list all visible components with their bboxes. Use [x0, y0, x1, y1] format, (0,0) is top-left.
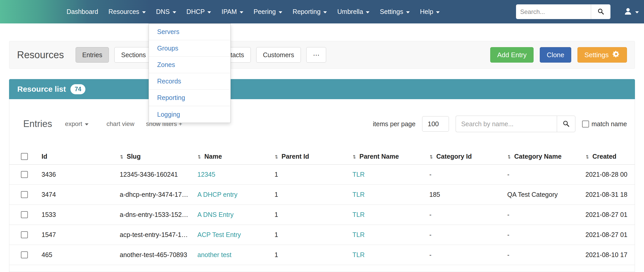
select-all-checkbox[interactable] — [21, 153, 28, 160]
id-value: 465 — [42, 251, 52, 259]
row-checkbox[interactable] — [21, 191, 28, 198]
tab-customers[interactable]: Customers — [256, 47, 301, 63]
name-search-input[interactable] — [456, 116, 557, 132]
sort-icon: ↑↓ — [197, 153, 201, 160]
table-row: 1547acp-test-entry-1547-1…ACP Test Entry… — [9, 225, 635, 245]
category_name-value: - — [507, 251, 509, 259]
nav-item-resources[interactable]: Resources — [103, 0, 151, 23]
cell-slug: a-dhcp-entry-3474-17… — [110, 191, 188, 198]
chevron-down-icon — [366, 11, 369, 13]
entries-heading: Entries — [23, 118, 52, 129]
cell-category_id: - — [420, 251, 498, 259]
name-link[interactable]: 12345 — [197, 171, 215, 178]
column-header-name[interactable]: ↑↓Name — [188, 153, 265, 160]
sort-icon: ↑↓ — [352, 153, 356, 160]
nav-item-label: Umbrella — [337, 8, 363, 15]
row-checkbox[interactable] — [21, 211, 28, 218]
tab-more[interactable]: ⋯ — [306, 47, 326, 63]
resource-list-panel: Resource list 74 Entries export chart vi… — [9, 79, 635, 272]
column-header-id[interactable]: Id — [36, 153, 110, 160]
dns-menu-item-reporting[interactable]: Reporting — [149, 90, 230, 106]
name-link[interactable]: another test — [197, 251, 231, 259]
table-row: 343612345-3436-160241123451TLR--2021-08-… — [9, 165, 635, 185]
name-search-button[interactable] — [557, 116, 575, 132]
export-dropdown[interactable]: export — [65, 120, 88, 128]
clone-button[interactable]: Clone — [540, 47, 571, 63]
chevron-down-icon — [406, 11, 410, 13]
cell-id: 465 — [36, 251, 110, 259]
cell-id: 3474 — [36, 191, 110, 198]
nav-item-ipam[interactable]: IPAM — [216, 0, 248, 23]
add-entry-label: Add Entry — [497, 51, 527, 59]
cell-slug: another-test-465-70893 — [110, 251, 188, 259]
parent_name-link[interactable]: TLR — [352, 171, 365, 178]
name-link[interactable]: ACP Test Entry — [197, 231, 241, 239]
cell-id: 1547 — [36, 231, 110, 239]
nav-item-dns[interactable]: DNS — [151, 0, 181, 23]
cell-name: 12345 — [188, 171, 265, 178]
add-entry-button[interactable]: Add Entry — [490, 47, 534, 63]
dns-menu-item-servers[interactable]: Servers — [149, 24, 230, 40]
navbar-search-button[interactable] — [591, 4, 610, 19]
slug-value: 12345-3436-160241 — [120, 171, 178, 178]
nav-item-settings[interactable]: Settings — [375, 0, 415, 23]
nav-item-label: Settings — [380, 8, 403, 15]
category_id-value: - — [429, 231, 431, 239]
sort-icon: ↑↓ — [507, 153, 511, 160]
nav-item-reporting[interactable]: Reporting — [287, 0, 332, 23]
parent_name-link[interactable]: TLR — [352, 211, 365, 218]
cell-name: ACP Test Entry — [188, 231, 265, 239]
nav-item-help[interactable]: Help — [415, 0, 445, 23]
column-label: Parent Id — [281, 153, 309, 160]
row-checkbox[interactable] — [21, 231, 28, 238]
column-header-parent_name[interactable]: ↑↓Parent Name — [343, 153, 420, 160]
navbar-search-input[interactable] — [516, 4, 591, 19]
parent_id-value: 1 — [275, 191, 278, 198]
count-badge: 74 — [70, 84, 85, 94]
match-name-checkbox[interactable]: match name — [582, 120, 627, 128]
cell-parent_id: 1 — [265, 171, 343, 178]
column-header-category_name[interactable]: ↑↓Category Name — [498, 153, 579, 160]
nav-item-label: Help — [420, 8, 433, 15]
dns-menu-item-zones[interactable]: Zones — [149, 57, 230, 73]
column-header-created[interactable]: ↑↓Created — [579, 153, 635, 160]
name-link[interactable]: A DNS Entry — [197, 211, 234, 218]
dns-menu-item-logging[interactable]: Logging — [149, 106, 230, 123]
name-link[interactable]: A DHCP entry — [197, 191, 237, 198]
parent_name-link[interactable]: TLR — [352, 251, 365, 259]
user-menu[interactable] — [623, 0, 639, 23]
created-value: 2021-08-10 17 — [585, 251, 627, 259]
row-checkbox[interactable] — [21, 171, 28, 178]
panel-body: Entries export chart view show filters +… — [9, 99, 635, 272]
column-label: Created — [592, 153, 616, 160]
table-row: 1533a-dns-entry-1533-152…A DNS Entry1TLR… — [9, 205, 635, 225]
nav-item-label: Reporting — [293, 8, 320, 15]
chart-view-link[interactable]: chart view — [107, 120, 134, 128]
row-checkbox[interactable] — [21, 251, 28, 258]
settings-button[interactable]: Settings — [577, 47, 627, 63]
nav-item-umbrella[interactable]: Umbrella — [332, 0, 375, 23]
nav-item-dashboard[interactable]: Dashboard — [61, 0, 103, 23]
id-value: 3474 — [42, 191, 56, 198]
column-header-category_id[interactable]: ↑↓Category Id — [420, 153, 498, 160]
parent_name-link[interactable]: TLR — [352, 231, 365, 239]
export-label: export — [65, 120, 82, 128]
column-label: Category Name — [514, 153, 561, 160]
nav-item-dhcp[interactable]: DHCP — [181, 0, 216, 23]
category_id-value: - — [429, 171, 431, 178]
column-label: Category Id — [436, 153, 472, 160]
list-controls: Entries export chart view show filters +… — [9, 99, 635, 149]
parent_name-link[interactable]: TLR — [352, 191, 365, 198]
row-select-cell — [9, 251, 36, 258]
table-row: 465another-test-465-70893another test1TL… — [9, 245, 635, 265]
column-header-slug[interactable]: ↑↓Slug — [110, 153, 188, 160]
dns-menu-item-groups[interactable]: Groups — [149, 40, 230, 57]
tab-sections[interactable]: Sections — [114, 47, 152, 63]
items-per-page-input[interactable] — [422, 116, 449, 132]
nav-item-peering[interactable]: Peering — [248, 0, 287, 23]
dns-menu-item-records[interactable]: Records — [149, 73, 230, 90]
search-icon — [562, 120, 570, 128]
tab-entries[interactable]: Entries — [76, 47, 109, 63]
column-header-parent_id[interactable]: ↑↓Parent Id — [265, 153, 343, 160]
category_name-value: QA Test Category — [507, 191, 558, 198]
